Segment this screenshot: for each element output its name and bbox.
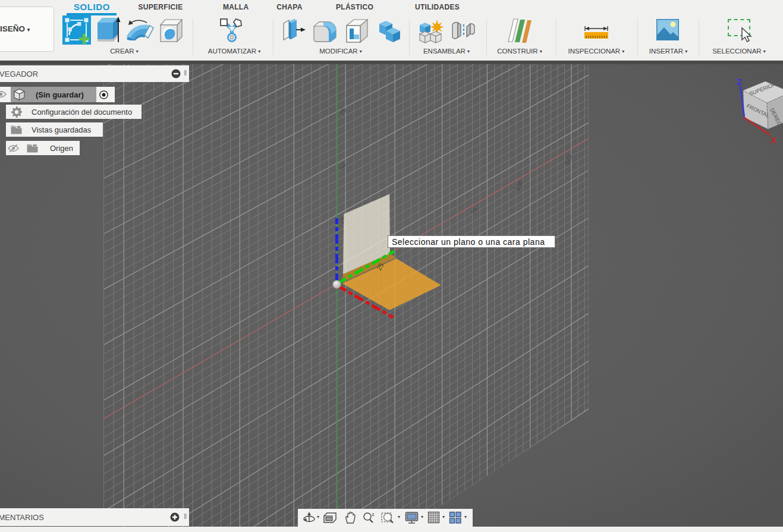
svg-text:±: ± (372, 511, 375, 517)
svg-text:Z: Z (737, 77, 742, 87)
svg-text:X: X (771, 135, 776, 145)
